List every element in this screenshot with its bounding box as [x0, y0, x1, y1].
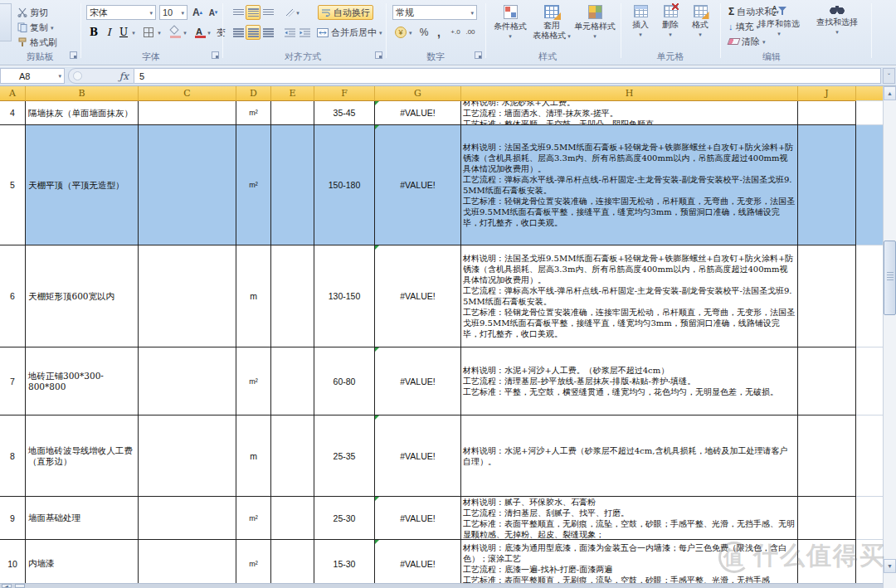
cell-row-number[interactable]: 10: [0, 540, 26, 588]
cell-empty[interactable]: [798, 101, 856, 125]
scroll-up-button[interactable]: ▲: [884, 86, 896, 100]
accounting-format-button[interactable]: ¥ ▾: [392, 25, 415, 40]
vertical-scrollbar[interactable]: ▲ ▼: [883, 86, 896, 588]
cell-value-error[interactable]: #VALUE!: [375, 540, 461, 588]
column-header-g[interactable]: G: [375, 86, 461, 101]
format-cells-button[interactable]: 格式 ▾: [687, 3, 713, 50]
cell-description[interactable]: 材料说明: 水泥砂浆+人工费。 工艺流程：墙面洒水、清理-抹灰浆-搓平。 工艺标…: [461, 101, 798, 125]
cell-empty[interactable]: [798, 415, 856, 497]
number-format-combo[interactable]: 常规 ▾: [392, 5, 477, 20]
align-middle-button[interactable]: [246, 5, 261, 20]
format-as-table-button[interactable]: 套用 表格格式▾: [532, 3, 572, 50]
merge-center-button[interactable]: 合并后居中 ▾: [314, 25, 385, 40]
cell-unit[interactable]: m²: [236, 125, 271, 245]
number-dialog-launcher[interactable]: [475, 51, 482, 59]
column-header-f[interactable]: F: [314, 86, 375, 101]
sheet-nav-button[interactable]: ◀: [2, 584, 12, 588]
decrease-decimal-button[interactable]: .00: [463, 25, 478, 40]
cell-price-range[interactable]: 60-80: [314, 347, 375, 415]
column-header-j[interactable]: J: [798, 86, 856, 101]
increase-indent-button[interactable]: [297, 25, 312, 40]
phonetic-guide-button[interactable]: 变: [214, 25, 228, 40]
copy-button[interactable]: 复制 ▾: [15, 20, 56, 35]
cell-price-range[interactable]: 35-45: [314, 101, 375, 125]
column-header-e[interactable]: E: [271, 86, 314, 101]
format-painter-button[interactable]: 格式刷: [15, 35, 60, 50]
cell-empty[interactable]: [798, 125, 856, 245]
column-header-c[interactable]: C: [139, 86, 236, 101]
cell-empty[interactable]: [271, 101, 314, 125]
cell-unit[interactable]: m²: [236, 101, 271, 125]
column-header-b[interactable]: B: [26, 86, 139, 101]
formula-input[interactable]: 5: [134, 68, 881, 84]
cell-price-range[interactable]: 150-180: [314, 125, 375, 245]
cell-partial[interactable]: [856, 125, 883, 245]
cell-empty[interactable]: [798, 347, 856, 415]
align-center-button[interactable]: [246, 25, 261, 40]
comma-style-button[interactable]: ,: [431, 25, 446, 40]
cell-empty[interactable]: [271, 497, 314, 540]
cell-description[interactable]: 材料说明：水泥+河沙+人工费。（砂浆层不超过4cm） 工艺流程：清理基层-抄平放…: [461, 347, 798, 415]
cell-value-error[interactable]: #VALUE!: [375, 101, 461, 125]
cell-empty[interactable]: [271, 245, 314, 347]
shrink-font-button[interactable]: A▾: [206, 5, 221, 20]
cell-price-range[interactable]: 130-150: [314, 245, 375, 347]
align-left-button[interactable]: [231, 25, 246, 40]
alignment-dialog-launcher[interactable]: [375, 51, 382, 59]
orientation-button[interactable]: ▾: [282, 5, 302, 20]
font-color-dropdown[interactable]: ▾: [205, 25, 213, 40]
cell-item-name[interactable]: 隔墙抹灰（单面墙面抹灰）: [26, 101, 139, 125]
cell-item-name[interactable]: 天棚矩形顶600宽以内: [26, 245, 139, 347]
cell-description[interactable]: 材料说明：法国圣戈班9.5MM纸面石膏板+轻钢龙骨+铁膨胀螺丝+自攻钉+防火涂料…: [461, 245, 798, 347]
find-select-button[interactable]: 查找和选择 ▾: [809, 3, 865, 50]
cell-value-error[interactable]: #VALUE!: [375, 125, 461, 245]
cell-partial[interactable]: [856, 101, 883, 125]
cell-empty[interactable]: [139, 245, 236, 347]
italic-button[interactable]: I: [101, 25, 116, 40]
cell-row-number[interactable]: 9: [0, 497, 26, 540]
underline-dropdown[interactable]: ▾: [129, 25, 138, 40]
column-header-a[interactable]: A: [0, 86, 26, 101]
cell-value-error[interactable]: #VALUE!: [375, 347, 461, 415]
cell-value-error[interactable]: #VALUE!: [375, 245, 461, 347]
percent-style-button[interactable]: %: [416, 25, 431, 40]
increase-decimal-button[interactable]: +.0: [448, 25, 463, 40]
borders-dropdown[interactable]: ▾: [155, 25, 163, 40]
cell-value-error[interactable]: #VALUE!: [375, 415, 461, 497]
cell-unit[interactable]: m²: [236, 347, 271, 415]
cell-item-name[interactable]: 地砖正铺300*300-800*800: [26, 347, 139, 415]
cut-button[interactable]: 剪切: [15, 5, 51, 20]
align-bottom-button[interactable]: [261, 5, 275, 20]
column-header-partial[interactable]: [856, 86, 883, 101]
cell-row-number[interactable]: 8: [0, 415, 26, 497]
borders-button[interactable]: [141, 25, 156, 40]
delete-cells-button[interactable]: 删除 ▾: [657, 3, 684, 50]
cell-empty[interactable]: [271, 415, 314, 497]
clipboard-dialog-launcher[interactable]: [70, 51, 77, 59]
cell-empty[interactable]: [798, 245, 856, 347]
cell-price-range[interactable]: 25-30: [314, 497, 375, 540]
paste-button[interactable]: [0, 3, 12, 41]
cell-empty[interactable]: [271, 347, 314, 415]
collapse-formula-bar-button[interactable]: ˇ: [883, 68, 895, 84]
font-name-combo[interactable]: 宋体 ▾: [86, 5, 156, 20]
cell-empty[interactable]: [271, 540, 314, 588]
cell-description[interactable]: 材料说明：腻子、环保胶水、石膏粉 工艺流程：清扫基层、刮腻子、找平、打磨。 工艺…: [461, 497, 798, 540]
cell-item-name[interactable]: 天棚平顶（平顶无造型）: [26, 125, 139, 245]
cell-partial[interactable]: [856, 245, 883, 347]
cell-empty[interactable]: [798, 497, 856, 540]
scrollbar-thumb[interactable]: [884, 241, 896, 315]
cell-description[interactable]: 材料说明：水泥+河沙+人工费（砂浆层不超过4cm,含机具损耗，地砖及加工处理请客…: [461, 415, 798, 497]
cell-empty[interactable]: [139, 347, 236, 415]
font-size-combo[interactable]: 10 ▾: [159, 5, 187, 20]
cell-styles-button[interactable]: 单元格样式 ▾: [573, 3, 616, 50]
column-header-h[interactable]: H: [461, 86, 798, 101]
cell-price-range[interactable]: 15-30: [314, 540, 375, 588]
cell-empty[interactable]: [139, 497, 236, 540]
bold-button[interactable]: B: [86, 25, 101, 40]
cell-item-name[interactable]: 地面地砖波导线增收人工费（直形边）: [26, 415, 139, 497]
cell-row-number[interactable]: 4: [0, 101, 26, 125]
cell-empty[interactable]: [139, 101, 236, 125]
cell-row-number[interactable]: 6: [0, 245, 26, 347]
name-box[interactable]: A8 ▾: [0, 68, 65, 84]
